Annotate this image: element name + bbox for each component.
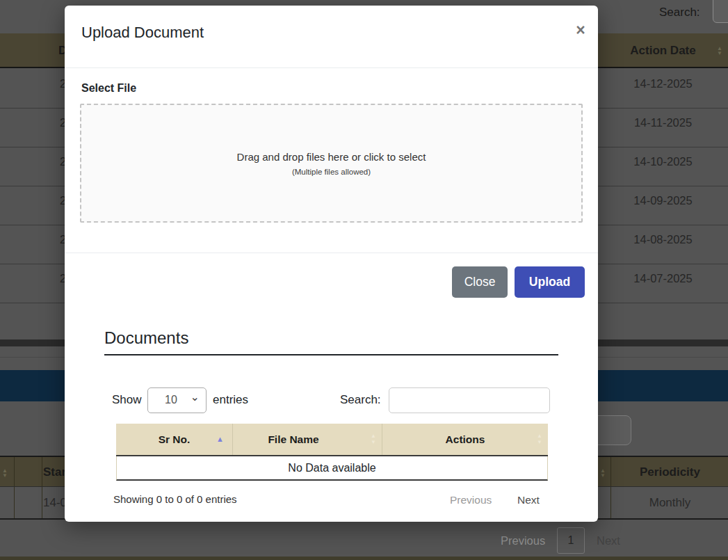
table-info-text: Showing 0 to 0 of 0 entries	[113, 493, 237, 505]
background-search-label: Search:	[659, 6, 700, 19]
next-link[interactable]: Next	[517, 494, 540, 506]
page-size-select[interactable]: 10 ⌄	[147, 387, 207, 413]
sort-icon: ▲▼	[717, 46, 722, 56]
column-header-file-name[interactable]: File Name ▲▼	[233, 424, 382, 455]
close-icon[interactable]: ×	[568, 19, 593, 42]
background-bottom-strip	[0, 557, 728, 560]
action-date-cell: 14-09-2025	[598, 194, 728, 207]
action-date-cell: 14-07-2025	[598, 272, 728, 285]
documents-heading: Documents	[104, 328, 558, 355]
column-header-sr-no[interactable]: Sr No. ▲	[116, 424, 233, 455]
background-page-number-button: 1	[557, 527, 585, 554]
background-start-date-header-partial: Star	[43, 465, 66, 479]
column-divider	[14, 457, 15, 486]
background-previous-link: Previous	[501, 534, 545, 547]
column-divider	[610, 487, 611, 518]
sort-icon: ▲▼	[2, 468, 8, 478]
search-input[interactable]	[389, 387, 550, 413]
modal-footer-divider	[65, 253, 598, 253]
sort-icon: ▲▼	[537, 433, 542, 445]
upload-button[interactable]: Upload	[515, 266, 585, 298]
close-button[interactable]: Close	[452, 266, 508, 298]
background-periodicity-header: Periodicity	[612, 465, 728, 479]
action-date-cell: 14-10-2025	[598, 155, 728, 168]
action-date-cell: 14-12-2025	[598, 77, 728, 90]
previous-link[interactable]: Previous	[450, 494, 492, 506]
sort-asc-icon: ▲	[216, 435, 224, 443]
background-next-link: Next	[597, 534, 620, 547]
chevron-down-icon: ⌄	[191, 390, 200, 403]
modal-title: Upload Document	[81, 24, 204, 42]
file-dropzone[interactable]: Drag and drop files here or click to sel…	[80, 104, 583, 223]
modal-header-divider	[65, 67, 598, 68]
column-header-actions[interactable]: Actions ▲▼	[382, 424, 548, 455]
dropzone-sub-text: (Multiple files allowed)	[292, 168, 371, 176]
column-divider	[42, 457, 42, 486]
page-size-value: 10	[165, 394, 177, 406]
upload-document-modal: Upload Document × Select File Drag and d…	[65, 6, 598, 522]
entries-label: entries	[213, 393, 248, 407]
search-label: Search:	[340, 393, 381, 407]
action-date-cell: 14-08-2025	[598, 233, 728, 246]
column-divider	[42, 487, 42, 518]
documents-table-header: Sr No. ▲ File Name ▲▼ Actions ▲▼	[116, 424, 548, 456]
show-label: Show	[112, 393, 142, 407]
column-header-label: Actions	[446, 433, 485, 446]
column-divider	[610, 457, 611, 486]
sort-icon: ▲▼	[371, 433, 376, 445]
empty-table-row: No Data available	[116, 456, 548, 481]
periodicity-cell: Monthly	[612, 496, 728, 510]
sort-icon: ▲▼	[600, 468, 606, 478]
background-search-input	[713, 0, 728, 23]
column-header-label: File Name	[268, 433, 318, 446]
select-file-label: Select File	[81, 82, 136, 95]
start-date-cell-partial: 14-0	[43, 496, 67, 510]
column-divider	[14, 487, 15, 518]
dropzone-main-text: Drag and drop files here or click to sel…	[237, 151, 426, 163]
action-date-cell: 14-11-2025	[598, 116, 728, 129]
column-header-label: Sr No.	[159, 433, 191, 446]
documents-table: Sr No. ▲ File Name ▲▼ Actions ▲▼ No Data…	[116, 424, 548, 481]
background-action-date-header: Action Date	[598, 44, 728, 58]
